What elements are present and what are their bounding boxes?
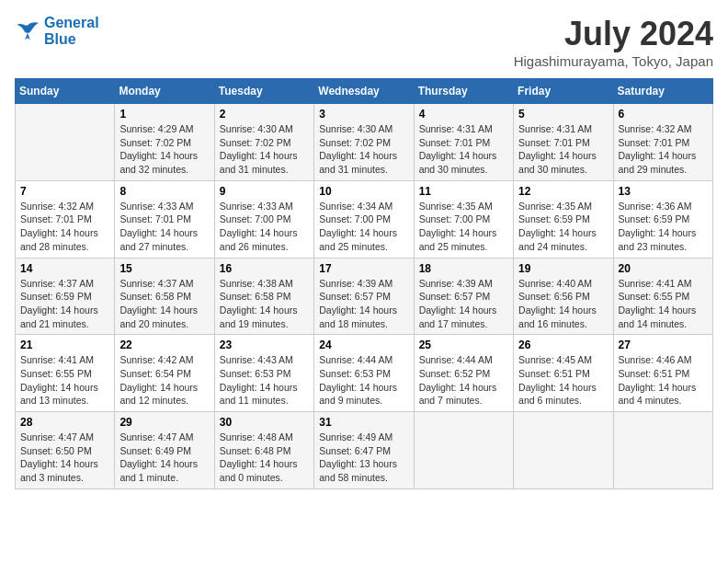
header-wednesday: Wednesday xyxy=(314,79,414,104)
day-number: 19 xyxy=(518,262,608,275)
day-number: 30 xyxy=(220,416,309,429)
calendar-cell: 11Sunrise: 4:35 AM Sunset: 7:00 PM Dayli… xyxy=(414,180,513,258)
day-info: Sunrise: 4:44 AM Sunset: 6:53 PM Dayligh… xyxy=(319,353,408,408)
logo-icon xyxy=(15,21,40,41)
day-number: 29 xyxy=(119,416,209,429)
calendar-cell: 29Sunrise: 4:47 AM Sunset: 6:49 PM Dayli… xyxy=(115,412,214,489)
day-info: Sunrise: 4:34 AM Sunset: 7:00 PM Dayligh… xyxy=(319,200,408,254)
day-number: 21 xyxy=(20,339,109,351)
calendar-cell: 8Sunrise: 4:33 AM Sunset: 7:01 PM Daylig… xyxy=(115,180,214,258)
day-info: Sunrise: 4:30 AM Sunset: 7:02 PM Dayligh… xyxy=(220,122,309,177)
header-friday: Friday xyxy=(514,79,613,104)
day-info: Sunrise: 4:39 AM Sunset: 6:57 PM Dayligh… xyxy=(319,277,408,331)
calendar-cell: 5Sunrise: 4:31 AM Sunset: 7:01 PM Daylig… xyxy=(514,104,613,181)
day-info: Sunrise: 4:30 AM Sunset: 7:02 PM Dayligh… xyxy=(319,122,408,177)
calendar-cell: 16Sunrise: 4:38 AM Sunset: 6:58 PM Dayli… xyxy=(214,258,313,335)
header-monday: Monday xyxy=(115,79,214,104)
day-info: Sunrise: 4:37 AM Sunset: 6:58 PM Dayligh… xyxy=(119,277,209,331)
calendar-cell: 1Sunrise: 4:29 AM Sunset: 7:02 PM Daylig… xyxy=(115,104,214,181)
day-info: Sunrise: 4:35 AM Sunset: 7:00 PM Dayligh… xyxy=(419,200,508,254)
day-info: Sunrise: 4:32 AM Sunset: 7:01 PM Dayligh… xyxy=(619,122,708,177)
day-number: 20 xyxy=(619,262,708,275)
calendar-week-5: 28Sunrise: 4:47 AM Sunset: 6:50 PM Dayli… xyxy=(16,412,713,489)
day-number: 18 xyxy=(419,262,508,275)
calendar-week-4: 21Sunrise: 4:41 AM Sunset: 6:55 PM Dayli… xyxy=(16,335,713,412)
calendar-cell: 19Sunrise: 4:40 AM Sunset: 6:56 PM Dayli… xyxy=(514,258,613,335)
calendar-cell xyxy=(613,412,712,489)
header-saturday: Saturday xyxy=(613,79,712,104)
header-sunday: Sunday xyxy=(16,79,115,104)
day-number: 26 xyxy=(518,339,608,351)
day-info: Sunrise: 4:41 AM Sunset: 6:55 PM Dayligh… xyxy=(20,353,109,408)
calendar-cell xyxy=(514,412,613,489)
calendar-cell: 17Sunrise: 4:39 AM Sunset: 6:57 PM Dayli… xyxy=(314,258,414,335)
title-area: July 2024 Higashimurayama, Tokyo, Japan xyxy=(514,15,713,69)
calendar-cell: 2Sunrise: 4:30 AM Sunset: 7:02 PM Daylig… xyxy=(214,104,313,181)
calendar-cell: 10Sunrise: 4:34 AM Sunset: 7:00 PM Dayli… xyxy=(314,180,414,258)
day-info: Sunrise: 4:37 AM Sunset: 6:59 PM Dayligh… xyxy=(20,277,109,331)
day-number: 5 xyxy=(518,108,608,121)
month-title: July 2024 xyxy=(514,15,713,53)
location-title: Higashimurayama, Tokyo, Japan xyxy=(514,53,713,69)
calendar-cell: 26Sunrise: 4:45 AM Sunset: 6:51 PM Dayli… xyxy=(514,335,613,412)
day-number: 9 xyxy=(220,185,309,198)
calendar-cell: 25Sunrise: 4:44 AM Sunset: 6:52 PM Dayli… xyxy=(414,335,513,412)
calendar-cell: 23Sunrise: 4:43 AM Sunset: 6:53 PM Dayli… xyxy=(214,335,313,412)
calendar-cell: 3Sunrise: 4:30 AM Sunset: 7:02 PM Daylig… xyxy=(314,104,414,181)
calendar-cell: 9Sunrise: 4:33 AM Sunset: 7:00 PM Daylig… xyxy=(214,180,313,258)
day-info: Sunrise: 4:33 AM Sunset: 7:00 PM Dayligh… xyxy=(220,200,309,254)
calendar-header: Sunday Monday Tuesday Wednesday Thursday… xyxy=(16,79,713,104)
calendar-cell: 30Sunrise: 4:48 AM Sunset: 6:48 PM Dayli… xyxy=(214,412,313,489)
day-info: Sunrise: 4:40 AM Sunset: 6:56 PM Dayligh… xyxy=(518,277,608,331)
day-number: 27 xyxy=(619,339,708,351)
calendar-cell xyxy=(414,412,513,489)
calendar-cell xyxy=(16,104,115,181)
calendar-cell: 18Sunrise: 4:39 AM Sunset: 6:57 PM Dayli… xyxy=(414,258,513,335)
calendar-cell: 14Sunrise: 4:37 AM Sunset: 6:59 PM Dayli… xyxy=(16,258,115,335)
day-info: Sunrise: 4:31 AM Sunset: 7:01 PM Dayligh… xyxy=(518,122,608,177)
day-number: 24 xyxy=(319,339,408,351)
day-number: 12 xyxy=(518,185,608,198)
day-info: Sunrise: 4:41 AM Sunset: 6:55 PM Dayligh… xyxy=(619,277,708,331)
day-number: 14 xyxy=(20,262,109,275)
calendar-cell: 21Sunrise: 4:41 AM Sunset: 6:55 PM Dayli… xyxy=(16,335,115,412)
day-number: 25 xyxy=(419,339,508,351)
day-number: 13 xyxy=(619,185,708,198)
day-number: 28 xyxy=(20,416,109,429)
calendar-cell: 13Sunrise: 4:36 AM Sunset: 6:59 PM Dayli… xyxy=(613,180,712,258)
calendar-cell: 31Sunrise: 4:49 AM Sunset: 6:47 PM Dayli… xyxy=(314,412,414,489)
logo-text: General Blue xyxy=(44,15,99,47)
day-info: Sunrise: 4:31 AM Sunset: 7:01 PM Dayligh… xyxy=(419,122,508,177)
day-number: 22 xyxy=(119,339,209,351)
day-number: 17 xyxy=(319,262,408,275)
calendar-cell: 6Sunrise: 4:32 AM Sunset: 7:01 PM Daylig… xyxy=(613,104,712,181)
day-info: Sunrise: 4:42 AM Sunset: 6:54 PM Dayligh… xyxy=(119,353,209,408)
day-info: Sunrise: 4:47 AM Sunset: 6:50 PM Dayligh… xyxy=(20,431,109,485)
day-number: 3 xyxy=(319,108,408,121)
day-number: 7 xyxy=(20,185,109,198)
day-number: 15 xyxy=(119,262,209,275)
day-number: 11 xyxy=(419,185,508,198)
calendar-cell: 7Sunrise: 4:32 AM Sunset: 7:01 PM Daylig… xyxy=(16,180,115,258)
calendar-body: 1Sunrise: 4:29 AM Sunset: 7:02 PM Daylig… xyxy=(16,104,713,489)
day-info: Sunrise: 4:45 AM Sunset: 6:51 PM Dayligh… xyxy=(518,353,608,408)
day-info: Sunrise: 4:36 AM Sunset: 6:59 PM Dayligh… xyxy=(619,200,708,254)
calendar-week-2: 7Sunrise: 4:32 AM Sunset: 7:01 PM Daylig… xyxy=(16,180,713,258)
day-info: Sunrise: 4:49 AM Sunset: 6:47 PM Dayligh… xyxy=(319,431,408,485)
calendar-cell: 28Sunrise: 4:47 AM Sunset: 6:50 PM Dayli… xyxy=(16,412,115,489)
day-info: Sunrise: 4:38 AM Sunset: 6:58 PM Dayligh… xyxy=(220,277,309,331)
calendar-cell: 20Sunrise: 4:41 AM Sunset: 6:55 PM Dayli… xyxy=(613,258,712,335)
calendar-cell: 15Sunrise: 4:37 AM Sunset: 6:58 PM Dayli… xyxy=(115,258,214,335)
day-info: Sunrise: 4:48 AM Sunset: 6:48 PM Dayligh… xyxy=(220,431,309,485)
header-row: Sunday Monday Tuesday Wednesday Thursday… xyxy=(16,79,713,104)
day-number: 2 xyxy=(220,108,309,121)
calendar-week-3: 14Sunrise: 4:37 AM Sunset: 6:59 PM Dayli… xyxy=(16,258,713,335)
header-tuesday: Tuesday xyxy=(214,79,313,104)
day-info: Sunrise: 4:32 AM Sunset: 7:01 PM Dayligh… xyxy=(20,200,109,254)
day-number: 31 xyxy=(319,416,408,429)
calendar-cell: 12Sunrise: 4:35 AM Sunset: 6:59 PM Dayli… xyxy=(514,180,613,258)
calendar-week-1: 1Sunrise: 4:29 AM Sunset: 7:02 PM Daylig… xyxy=(16,104,713,181)
day-number: 1 xyxy=(119,108,209,121)
day-info: Sunrise: 4:44 AM Sunset: 6:52 PM Dayligh… xyxy=(419,353,508,408)
calendar-cell: 4Sunrise: 4:31 AM Sunset: 7:01 PM Daylig… xyxy=(414,104,513,181)
